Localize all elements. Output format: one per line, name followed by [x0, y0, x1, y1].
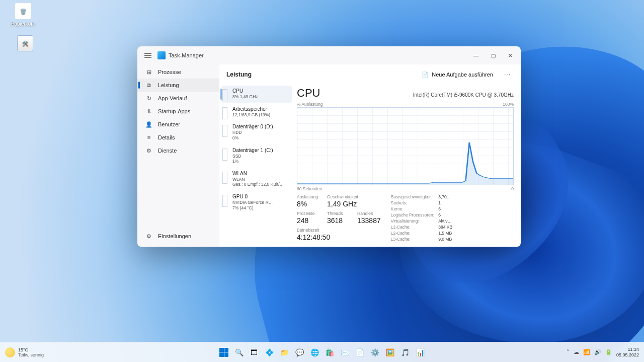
- users-icon: 👤: [145, 121, 152, 128]
- perf-item-sub: 8% 1,49 GHz: [232, 94, 289, 100]
- desktop-icon-recycle-bin[interactable]: 🗑️ Papierkorb: [8, 3, 38, 27]
- widgets-button[interactable]: 💠: [263, 346, 276, 359]
- sparkline-icon: [222, 125, 227, 137]
- sidebar-item-label: App-Verlauf: [158, 95, 187, 101]
- kv-value: 9,0 MB: [438, 237, 452, 242]
- onedrive-icon[interactable]: ☁: [574, 349, 579, 355]
- new-task-label: Neue Aufgabe ausführen: [432, 71, 493, 78]
- stat-value: 1,49 GHz: [327, 200, 358, 208]
- sidebar-item-performance[interactable]: ⧉Leistung: [137, 79, 219, 92]
- window-title: Task-Manager: [169, 52, 204, 58]
- perf-item-cpu[interactable]: CPU8% 1,49 GHz: [221, 86, 292, 103]
- startup-icon: ⥮: [145, 108, 152, 115]
- taskmanager-button[interactable]: 📊: [414, 346, 427, 359]
- perf-item-sub: SSD1%: [232, 154, 289, 164]
- perf-item-sub: 12,1/63,9 GB (19%): [232, 112, 289, 118]
- weather-icon: [5, 347, 15, 357]
- volume-icon[interactable]: 🔊: [594, 349, 601, 355]
- weather-temp: 15°C: [18, 347, 44, 352]
- sidebar-item-startup[interactable]: ⥮Startup-Apps: [137, 105, 219, 118]
- start-button[interactable]: [217, 346, 230, 359]
- titlebar[interactable]: Task-Manager — ▢ ✕: [137, 46, 521, 64]
- perf-item-memory[interactable]: Arbeitsspeicher12,1/63,9 GB (19%): [221, 104, 292, 121]
- task-manager-window: Task-Manager — ▢ ✕ ⊞Prozesse ⧉Leistung ↻…: [137, 46, 521, 247]
- hamburger-menu-button[interactable]: [142, 50, 153, 61]
- stat-label: Auslastung: [297, 194, 320, 199]
- sparkline-icon: [222, 149, 227, 161]
- explorer-button[interactable]: 📁: [278, 346, 291, 359]
- perf-item-disk-0[interactable]: Datenträger 0 (D:)HDD0%: [221, 121, 292, 143]
- recycle-bin-icon: 🗑️: [15, 3, 31, 19]
- stat-label: Handles: [357, 211, 381, 216]
- detail-subtitle: Intel(R) Core(TM) i5-9600K CPU @ 3.70GHz: [413, 92, 514, 98]
- spotify-button[interactable]: 🎵: [398, 346, 412, 359]
- taskbar-clock[interactable]: 11:34 05.05.2022: [616, 347, 639, 357]
- close-button[interactable]: ✕: [502, 48, 519, 63]
- sparkline-icon: [222, 172, 227, 184]
- desktop-icon-control-panel[interactable]: 🛠️: [10, 35, 40, 53]
- search-button[interactable]: 🔍: [232, 346, 246, 359]
- clock-date: 05.05.2022: [616, 352, 639, 357]
- chart-xlabel-left: 60 Sekunden: [297, 186, 322, 191]
- perf-item-sub: HDD0%: [232, 130, 289, 140]
- stat-handles: Handles133887: [357, 211, 381, 225]
- cpu-info-list: Basisgeschwindigkeit:3,70…Sockets:1Kerne…: [391, 194, 452, 242]
- wifi-icon[interactable]: 📶: [583, 349, 590, 355]
- word-button[interactable]: 📄: [353, 346, 366, 359]
- system-tray[interactable]: ˄ ☁ 📶 🔊 🔋 11:34 05.05.2022: [567, 347, 644, 357]
- page-title: Leistung: [226, 71, 252, 78]
- stat-label: Geschwindigkeit: [327, 194, 358, 199]
- kv-value: 6: [438, 212, 452, 218]
- sidebar-item-services[interactable]: ⚙Dienste: [137, 144, 219, 157]
- chat-button[interactable]: 💬: [293, 346, 306, 359]
- services-icon: ⚙: [145, 147, 152, 154]
- kv-key: Logische Prozessoren:: [391, 212, 434, 218]
- main-panel: Leistung 📄Neue Aufgabe ausführen ··· CPU…: [219, 64, 521, 247]
- chart-xlabel-right: 0: [511, 186, 514, 191]
- mail-button[interactable]: ✉️: [338, 346, 351, 359]
- sidebar: ⊞Prozesse ⧉Leistung ↻App-Verlauf ⥮Startu…: [137, 64, 219, 247]
- chart-ymax: 100%: [503, 102, 514, 107]
- sidebar-item-details[interactable]: ≡Details: [137, 131, 219, 144]
- clock-time: 11:34: [616, 347, 639, 352]
- perf-item-sub: NVIDIA GeForce R…7% (44 °C): [232, 200, 289, 210]
- perf-item-gpu-0[interactable]: GPU 0NVIDIA GeForce R…7% (44 °C): [221, 191, 292, 213]
- photos-button[interactable]: 🖼️: [383, 346, 396, 359]
- perf-item-title: GPU 0: [232, 194, 289, 199]
- perf-item-wlan[interactable]: WLANWLANGes.: 0 Empf.: 32,0 KBit/…: [221, 168, 292, 190]
- perf-item-title: Datenträger 0 (D:): [232, 124, 289, 129]
- sidebar-item-processes[interactable]: ⊞Prozesse: [137, 65, 219, 79]
- stat-label: Prozesse: [297, 211, 320, 216]
- task-view-button[interactable]: 🗔: [248, 346, 261, 359]
- cpu-utilization-chart[interactable]: [297, 107, 514, 185]
- taskbar-weather-widget[interactable]: 15°C Teilw. sonnig: [0, 347, 44, 357]
- sidebar-item-users[interactable]: 👤Benutzer: [137, 118, 219, 131]
- details-icon: ≡: [145, 134, 152, 141]
- taskbar[interactable]: 15°C Teilw. sonnig 🔍 🗔 💠 📁 💬 🌐 🛍️ ✉️ 📄 ⚙…: [0, 342, 644, 362]
- battery-icon[interactable]: 🔋: [605, 349, 612, 355]
- kv-value: 1: [438, 200, 452, 205]
- maximize-button[interactable]: ▢: [485, 48, 502, 63]
- sidebar-item-app-history[interactable]: ↻App-Verlauf: [137, 92, 219, 105]
- performance-icon: ⧉: [145, 82, 152, 89]
- edge-button[interactable]: 🌐: [308, 346, 321, 359]
- perf-item-disk-1[interactable]: Datenträger 1 (C:)SSD1%: [221, 145, 292, 167]
- sidebar-item-label: Einstellungen: [158, 233, 191, 239]
- kv-key: L2-Cache:: [391, 231, 434, 236]
- minimize-button[interactable]: —: [467, 48, 485, 63]
- perf-item-title: Datenträger 1 (C:): [232, 148, 289, 153]
- settings-button[interactable]: ⚙️: [368, 346, 381, 359]
- kv-value: 384 KB: [438, 225, 452, 230]
- sparkline-icon: [222, 107, 227, 119]
- history-icon: ↻: [145, 95, 152, 102]
- weather-text: Teilw. sonnig: [18, 352, 44, 357]
- new-task-button[interactable]: 📄Neue Aufgabe ausführen: [419, 69, 496, 80]
- tray-overflow-icon[interactable]: ˄: [567, 349, 570, 355]
- sidebar-item-settings[interactable]: ⚙Einstellungen: [137, 230, 219, 243]
- store-button[interactable]: 🛍️: [323, 346, 336, 359]
- kv-key: L1-Cache:: [391, 225, 434, 230]
- more-options-button[interactable]: ···: [501, 69, 514, 80]
- sidebar-item-label: Details: [158, 134, 175, 140]
- kv-value: Aktiv…: [438, 219, 452, 224]
- sparkline-icon: [222, 89, 227, 101]
